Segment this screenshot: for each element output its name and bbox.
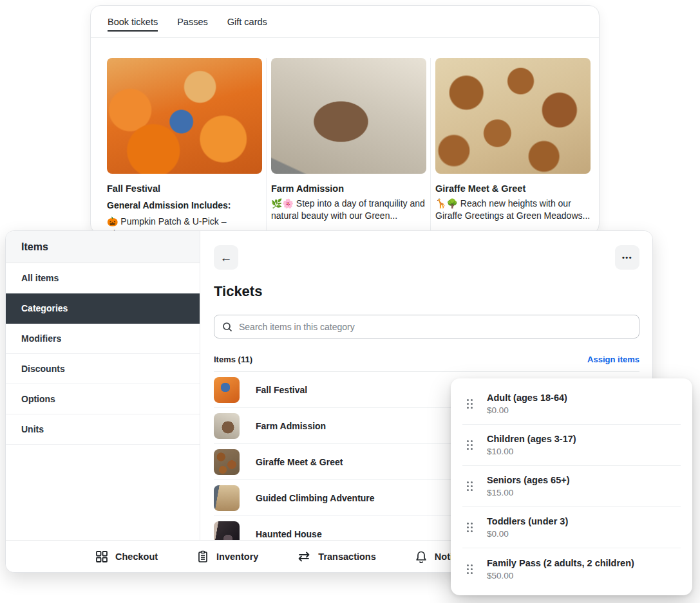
nav-inventory[interactable]: Inventory	[196, 550, 258, 563]
storefront-panel: Book tickets Passes Gift cards Fall Fest…	[90, 5, 600, 234]
inventory-clipboard-icon	[196, 550, 209, 563]
giraffe-photo	[435, 58, 591, 174]
card-title: Fall Festival	[107, 183, 262, 194]
item-label: Haunted House	[256, 529, 322, 539]
sidebar-item-options[interactable]: Options	[6, 384, 200, 414]
item-thumbnail	[214, 449, 240, 475]
sidebar-item-all-items[interactable]: All items	[6, 263, 200, 293]
ticket-variations-panel: Adult (ages 18-64) $0.00 Children (ages …	[451, 378, 692, 595]
drag-handle-icon[interactable]	[466, 481, 473, 492]
variation-price: $0.00	[487, 529, 568, 539]
item-thumbnail	[214, 521, 240, 541]
page-title: Tickets	[214, 283, 652, 300]
notifications-bell-icon	[415, 550, 428, 563]
card-title: Giraffe Meet & Greet	[435, 183, 591, 194]
card-description: 🦒🌳 Reach new heights with our Giraffe Gr…	[435, 198, 591, 222]
item-label: Fall Festival	[256, 385, 307, 395]
nav-checkout[interactable]: Checkout	[95, 550, 158, 563]
item-thumbnail	[214, 485, 240, 511]
assign-items-link[interactable]: Assign items	[587, 355, 639, 364]
sidebar-item-units[interactable]: Units	[6, 414, 200, 445]
drag-handle-icon[interactable]	[466, 522, 473, 533]
sidebar-item-modifiers[interactable]: Modifiers	[6, 324, 200, 354]
drag-handle-icon[interactable]	[466, 398, 473, 409]
transactions-arrows-icon	[297, 550, 311, 563]
item-label: Giraffe Meet & Greet	[256, 457, 343, 467]
sidebar-title: Items	[6, 231, 200, 263]
fall-festival-photo	[107, 58, 262, 174]
farm-admission-photo	[271, 58, 426, 174]
search-input[interactable]	[239, 322, 631, 332]
variation-name: Adult (ages 18-64)	[487, 393, 567, 403]
drag-handle-icon[interactable]	[466, 440, 473, 450]
drag-handle-icon[interactable]	[466, 564, 473, 575]
variation-price: $0.00	[487, 405, 567, 415]
category-header: ← •••	[201, 231, 652, 270]
items-count-row: Items (11) Assign items	[214, 355, 639, 371]
card-description: 🌿🌸 Step into a day of tranquility and na…	[271, 198, 426, 222]
variation-price: $15.00	[487, 488, 570, 497]
nav-label: Transactions	[318, 552, 375, 562]
variation-row-children[interactable]: Children (ages 3-17) $10.00	[462, 425, 681, 466]
tab-book-tickets[interactable]: Book tickets	[108, 6, 158, 37]
back-arrow-icon: ←	[220, 252, 232, 264]
variation-name: Seniors (ages 65+)	[487, 475, 570, 485]
variation-name: Toddlers (under 3)	[487, 516, 568, 526]
ticket-cards: Fall Festival General Admission Includes…	[91, 38, 599, 234]
nav-label: Checkout	[115, 552, 158, 562]
back-button[interactable]: ←	[214, 245, 238, 270]
ellipsis-icon: •••	[622, 254, 632, 261]
card-fall-festival[interactable]: Fall Festival General Admission Includes…	[107, 58, 267, 234]
variation-row-family-pass[interactable]: Family Pass (2 adults, 2 children) $50.0…	[462, 548, 681, 589]
tab-gift-cards[interactable]: Gift cards	[227, 6, 267, 37]
item-thumbnail	[214, 377, 240, 403]
variation-row-seniors[interactable]: Seniors (ages 65+) $15.00	[462, 466, 681, 507]
item-label: Guided Climbing Adventure	[256, 493, 375, 503]
card-giraffe-meet-greet[interactable]: Giraffe Meet & Greet 🦒🌳 Reach new height…	[435, 58, 594, 234]
variation-name: Children (ages 3-17)	[487, 434, 576, 444]
variation-price: $50.00	[487, 571, 634, 580]
search-box[interactable]	[214, 315, 639, 339]
item-thumbnail	[214, 413, 240, 439]
card-title: Farm Admission	[271, 183, 426, 194]
more-options-button[interactable]: •••	[615, 245, 639, 270]
variation-row-toddlers[interactable]: Toddlers (under 3) $0.00	[462, 507, 681, 548]
variation-name: Family Pass (2 adults, 2 children)	[487, 558, 634, 568]
checkout-grid-icon	[95, 550, 108, 563]
items-count: Items (11)	[214, 355, 252, 364]
nav-transactions[interactable]: Transactions	[297, 550, 375, 563]
items-sidebar: Items All items Categories Modifiers Dis…	[6, 231, 200, 540]
item-label: Farm Admission	[256, 421, 326, 431]
search-icon	[222, 322, 232, 332]
storefront-tabs: Book tickets Passes Gift cards	[91, 6, 599, 38]
sidebar-item-categories[interactable]: Categories	[6, 293, 200, 324]
variation-price: $10.00	[487, 447, 576, 456]
card-subtitle: General Admission Includes:	[107, 199, 262, 212]
variation-row-adult[interactable]: Adult (ages 18-64) $0.00	[462, 384, 681, 425]
card-farm-admission[interactable]: Farm Admission 🌿🌸 Step into a day of tra…	[271, 58, 431, 234]
sidebar-item-discounts[interactable]: Discounts	[6, 354, 200, 384]
tab-passes[interactable]: Passes	[177, 6, 208, 37]
nav-label: Inventory	[216, 552, 258, 562]
